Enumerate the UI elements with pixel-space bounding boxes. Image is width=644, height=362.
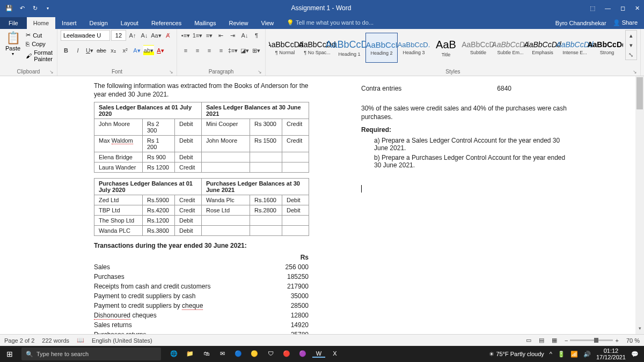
save-icon[interactable]: 💾 — [4, 3, 14, 13]
style--normal[interactable]: AaBbCcDd¶ Normal — [269, 33, 301, 63]
text-effects-button[interactable]: A▾ — [131, 45, 142, 56]
page-indicator[interactable]: Page 2 of 2 — [4, 337, 34, 344]
sort-button[interactable]: A↓ — [239, 30, 250, 41]
superscript-button[interactable]: x² — [120, 45, 130, 56]
zoom-slider-track[interactable] — [570, 339, 613, 341]
tab-view[interactable]: View — [255, 17, 281, 29]
tab-mailings[interactable]: Mailings — [188, 17, 222, 29]
minimize-icon[interactable]: — — [605, 5, 611, 12]
shrink-font-button[interactable]: A↓ — [139, 30, 150, 41]
task-edge-icon[interactable]: 🌐 — [167, 350, 180, 358]
align-right-button[interactable]: ≡ — [204, 45, 215, 56]
subscript-button[interactable]: x₂ — [108, 45, 119, 56]
web-layout-icon[interactable]: ▦ — [552, 337, 557, 344]
underline-button[interactable]: U▾ — [84, 45, 95, 56]
tab-insert[interactable]: Insert — [55, 17, 83, 29]
tray-up-icon[interactable]: ^ — [550, 351, 552, 357]
tray-clock[interactable]: 01:12 17/12/2021 — [596, 348, 626, 360]
inc-indent-button[interactable]: ⇥ — [228, 30, 238, 41]
show-marks-button[interactable]: ¶ — [251, 30, 262, 41]
styles-scroll-down[interactable]: ▾ — [626, 40, 636, 50]
tab-layout[interactable]: Layout — [114, 17, 145, 29]
paragraph-launcher-icon[interactable]: ↘ — [258, 69, 262, 75]
highlight-button[interactable]: ab▾ — [143, 45, 154, 56]
scroll-down-icon[interactable]: ▾ — [635, 326, 644, 334]
style-title[interactable]: AaBTitle — [430, 33, 462, 63]
tray-notifications-icon[interactable]: 💬 — [631, 351, 639, 358]
styles-launcher-icon[interactable]: ↘ — [633, 69, 637, 75]
font-size-input[interactable] — [111, 30, 126, 41]
tell-me-search[interactable]: 💡 Tell me what you want to do... — [280, 17, 380, 29]
styles-scroll-up[interactable]: ▴ — [626, 31, 636, 40]
paste-button[interactable]: 📋 Paste ▾ — [3, 30, 23, 57]
tray-wifi-icon[interactable]: 📶 — [570, 351, 578, 358]
task-explorer-icon[interactable]: 📁 — [184, 350, 196, 358]
vertical-scrollbar[interactable]: ▴ ▾ — [635, 76, 644, 334]
task-store-icon[interactable]: 🛍 — [200, 350, 213, 358]
style-emphasis[interactable]: AaBbCcDdEmphasis — [526, 33, 559, 63]
print-layout-icon[interactable]: ▤ — [539, 337, 544, 344]
grow-font-button[interactable]: A↑ — [127, 30, 138, 41]
task-app-icon[interactable]: 🔵 — [232, 350, 245, 358]
styles-gallery[interactable]: AaBbCcDd¶ NormalAaBbCcDd¶ No Spac...AaBb… — [269, 30, 623, 65]
shading-button[interactable]: ◪▾ — [239, 45, 250, 56]
line-spacing-button[interactable]: ‡≡▾ — [228, 45, 238, 56]
tab-home[interactable]: Home — [27, 17, 55, 29]
user-name[interactable]: Byro Chandrshekar — [555, 20, 606, 26]
read-mode-icon[interactable]: ▭ — [526, 337, 531, 344]
bold-button[interactable]: B — [61, 45, 71, 56]
tray-battery-icon[interactable]: 🔋 — [558, 351, 565, 358]
weather-widget[interactable]: ☀ 75°F Partly cloudy — [489, 351, 544, 358]
undo-icon[interactable]: ↶ — [17, 3, 27, 13]
cut-button[interactable]: ✂Cut — [25, 31, 54, 39]
maximize-icon[interactable]: ◻ — [620, 5, 625, 12]
task-security-icon[interactable]: 🛡 — [264, 350, 277, 358]
italic-button[interactable]: I — [72, 45, 83, 56]
task-word-icon[interactable]: W — [312, 350, 325, 358]
styles-more-button[interactable]: ⤡ — [626, 50, 636, 60]
align-left-button[interactable]: ≡ — [180, 45, 191, 56]
style-heading-3[interactable]: AaBbCcD.Heading 3 — [398, 33, 430, 63]
justify-button[interactable]: ≡ — [216, 45, 226, 56]
scrollbar-thumb[interactable] — [636, 77, 643, 109]
clear-format-button[interactable]: A̸ — [163, 30, 173, 41]
style-subtitle[interactable]: AaBbCcDSubtitle — [462, 33, 494, 63]
task-chrome-icon[interactable]: 🟡 — [248, 350, 261, 358]
zoom-level[interactable]: 70 % — [626, 337, 640, 344]
qat-more-icon[interactable]: ▾ — [43, 3, 53, 13]
tab-references[interactable]: References — [145, 17, 188, 29]
close-icon[interactable]: ✕ — [635, 5, 640, 12]
redo-icon[interactable]: ↻ — [30, 3, 40, 13]
zoom-slider-thumb[interactable] — [594, 338, 598, 343]
ribbon-display-icon[interactable]: ⬚ — [590, 5, 595, 12]
style-intense-e-[interactable]: AaBbCcDdIntense E... — [559, 33, 591, 63]
taskbar-search[interactable]: 🔍 Type here to search — [21, 348, 161, 360]
format-painter-button[interactable]: 🖌Format Painter — [25, 49, 54, 63]
spellcheck-icon[interactable]: 📖 — [77, 337, 84, 344]
task-excel-icon[interactable]: X — [328, 350, 341, 358]
dec-indent-button[interactable]: ⇤ — [216, 30, 226, 41]
font-launcher-icon[interactable]: ↘ — [169, 69, 173, 75]
word-count[interactable]: 222 words — [42, 337, 69, 344]
strike-button[interactable]: abc — [96, 45, 107, 56]
language-indicator[interactable]: English (United States) — [92, 337, 152, 344]
borders-button[interactable]: ⊞▾ — [251, 45, 262, 56]
tab-design[interactable]: Design — [83, 17, 114, 29]
tab-review[interactable]: Review — [223, 17, 255, 29]
task-app3-icon[interactable]: 🟣 — [296, 350, 309, 358]
task-app2-icon[interactable]: 🔴 — [280, 350, 293, 358]
tray-sound-icon[interactable]: 🔊 — [583, 351, 591, 358]
font-name-input[interactable] — [61, 30, 110, 41]
font-color-button[interactable]: A▾ — [155, 45, 166, 56]
start-button[interactable]: ⊞ — [0, 350, 19, 358]
align-center-button[interactable]: ≡ — [192, 45, 203, 56]
multilevel-button[interactable]: ≡▾ — [204, 30, 215, 41]
change-case-button[interactable]: Aa▾ — [151, 30, 162, 41]
share-button[interactable]: 👤 Share — [613, 19, 638, 26]
document-area[interactable]: The following information was extracted … — [0, 76, 635, 350]
task-mail-icon[interactable]: ✉ — [216, 350, 229, 358]
clipboard-launcher-icon[interactable]: ↘ — [49, 69, 54, 75]
style-strong[interactable]: AaBbCcDdStrong — [591, 33, 623, 63]
style-subtle-em-[interactable]: AaBbCcDdSubtle Em... — [494, 33, 526, 63]
tab-file[interactable]: File — [0, 17, 27, 29]
